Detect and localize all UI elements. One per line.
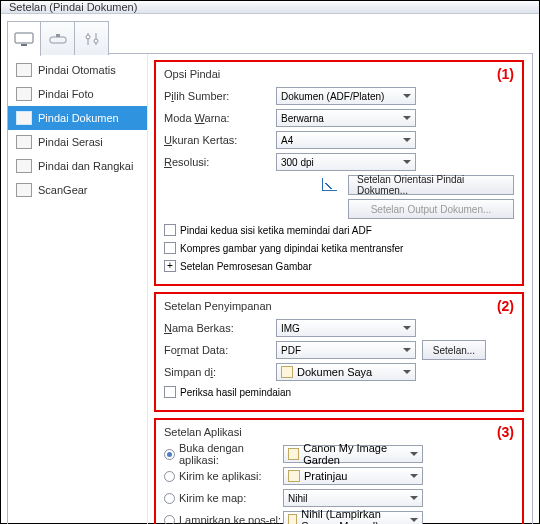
monitor-icon [14,32,34,46]
check-results-label: Periksa hasil pemindaian [180,387,291,398]
attach-email-radio[interactable] [164,515,175,525]
sliders-icon [84,31,100,47]
sidebar-item-stitch[interactable]: Pindai dan Rangkai [8,154,147,178]
group-title: Opsi Pindai [164,68,514,80]
format-settings-button[interactable]: Setelan... [422,340,486,360]
doc-icon [16,111,32,125]
send-to-app-label: Kirim ke aplikasi: [179,470,283,482]
save-in-label: Simpan di: [164,366,276,378]
sidebar-item-label: Pindai dan Rangkai [38,160,133,172]
send-to-folder-select[interactable]: Nihil [283,489,423,507]
doc-icon [16,87,32,101]
scan-options-group: (1) Opsi Pindai Pilih Sumber: Dokumen (A… [154,60,524,286]
window-title: Setelan (Pindai Dokumen) [9,1,137,13]
resolution-label: Resolusi: [164,156,276,168]
tabstrip [7,20,533,54]
send-to-app-radio[interactable] [164,471,175,482]
settings-window: Setelan (Pindai Dokumen) Pindai Otomatis… [0,0,540,524]
folder-icon [281,366,293,378]
open-with-select[interactable]: Canon My Image Garden [283,445,423,463]
app-icon [288,448,299,460]
attach-email-label: Lampirkan ke pos-el: [179,514,283,524]
sidebar-item-document[interactable]: Pindai Dokumen [8,106,147,130]
color-mode-select[interactable]: Berwarna [276,109,416,127]
attach-email-select[interactable]: Nihil (Lampirkan Secara Manual) [283,511,423,524]
send-to-app-select[interactable]: Pratinjau [283,467,423,485]
chart-icon[interactable] [322,179,336,191]
body: Pindai Otomatis Pindai Foto Pindai Dokum… [7,54,533,524]
tab-general[interactable] [75,21,109,55]
send-to-folder-radio[interactable] [164,493,175,504]
expand-image-processing[interactable]: + [164,260,176,272]
output-settings-button[interactable]: Setelan Output Dokumen... [348,199,514,219]
sidebar-item-scangear[interactable]: ScanGear [8,178,147,202]
sidebar-item-label: Pindai Dokumen [38,112,119,124]
mail-icon [288,514,297,524]
open-with-radio[interactable] [164,449,175,460]
main-panel: (1) Opsi Pindai Pilih Sumber: Dokumen (A… [148,54,532,524]
paper-size-select[interactable]: A4 [276,131,416,149]
scan-both-sides-label: Pindai kedua sisi ketika memindai dari A… [180,225,372,236]
filename-label: Nama Berkas: [164,322,276,334]
resolution-select[interactable]: 300 dpi [276,153,416,171]
app-icon [288,470,300,482]
svg-rect-3 [56,34,60,37]
filename-select[interactable]: IMG [276,319,416,337]
source-label: Pilih Sumber: [164,90,276,102]
sidebar: Pindai Otomatis Pindai Foto Pindai Dokum… [8,54,148,524]
sidebar-item-label: Pindai Serasi [38,136,103,148]
titlebar: Setelan (Pindai Dokumen) [1,1,539,14]
paper-size-label: Ukuran Kertas: [164,134,276,146]
scanner-icon [48,32,68,46]
svg-point-7 [94,39,98,43]
tab-from-scanner[interactable] [41,21,75,55]
source-select[interactable]: Dokumen (ADF/Platen) [276,87,416,105]
svg-rect-2 [50,37,66,43]
scan-both-sides-checkbox[interactable] [164,224,176,236]
annotation-3: (3) [497,424,514,440]
format-label: Format Data: [164,344,276,356]
save-in-select[interactable]: Dokumen Saya [276,363,416,381]
orientation-settings-button[interactable]: Setelan Orientasi Pindai Dokumen... [348,175,514,195]
annotation-1: (1) [497,66,514,82]
send-to-folder-label: Kirim ke map: [179,492,283,504]
sidebar-item-label: Pindai Otomatis [38,64,116,76]
doc-icon [16,183,32,197]
sidebar-item-custom[interactable]: Pindai Serasi [8,130,147,154]
format-select[interactable]: PDF [276,341,416,359]
sidebar-item-label: Pindai Foto [38,88,94,100]
group-title: Setelan Penyimpanan [164,300,514,312]
check-results-checkbox[interactable] [164,386,176,398]
image-processing-label: Setelan Pemrosesan Gambar [180,261,312,272]
tab-from-computer[interactable] [7,21,41,56]
annotation-2: (2) [497,298,514,314]
doc-icon [16,159,32,173]
application-settings-group: (3) Setelan Aplikasi Buka dengan aplikas… [154,418,524,524]
group-title: Setelan Aplikasi [164,426,514,438]
sidebar-item-photo[interactable]: Pindai Foto [8,82,147,106]
sidebar-item-label: ScanGear [38,184,88,196]
open-with-label: Buka dengan aplikasi: [179,442,283,466]
color-mode-label: Moda Warna: [164,112,276,124]
doc-icon [16,135,32,149]
compress-label: Kompres gambar yang dipindai ketika ment… [180,243,403,254]
compress-checkbox[interactable] [164,242,176,254]
save-settings-group: (2) Setelan Penyimpanan Nama Berkas: IMG… [154,292,524,412]
svg-rect-1 [21,44,27,46]
content: Pindai Otomatis Pindai Foto Pindai Dokum… [1,14,539,524]
sidebar-item-auto[interactable]: Pindai Otomatis [8,58,147,82]
doc-icon [16,63,32,77]
svg-rect-0 [15,33,33,43]
svg-point-6 [86,35,90,39]
